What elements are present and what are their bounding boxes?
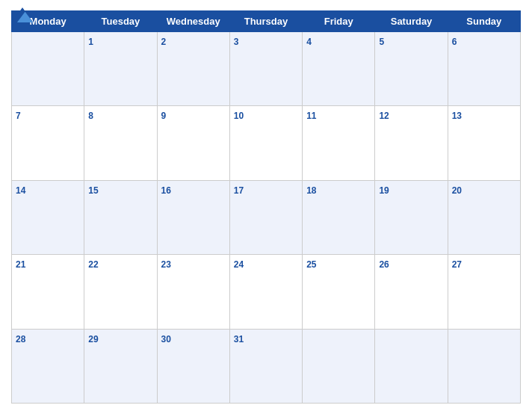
date-number: 28 (16, 334, 25, 344)
date-number: 8 (88, 111, 93, 121)
date-number: 7 (16, 111, 21, 121)
day-headers: MondayTuesdayWednesdayThursdayFridaySatu… (12, 11, 521, 32)
calendar-cell (448, 329, 520, 403)
calendar-cell: 4 (303, 32, 375, 106)
date-number: 21 (16, 259, 25, 270)
calendar-cell: 20 (448, 180, 520, 254)
calendar-cell: 3 (229, 32, 302, 106)
logo (11, 7, 34, 22)
date-number: 19 (379, 185, 389, 196)
date-number: 15 (88, 185, 98, 196)
date-number: 20 (452, 185, 462, 196)
calendar-cell: 12 (375, 106, 448, 180)
calendar-cell (375, 329, 448, 403)
calendar-cell: 25 (303, 255, 375, 329)
date-number: 14 (16, 185, 25, 196)
calendar-cell (303, 329, 375, 403)
calendar-cell: 31 (229, 329, 302, 403)
calendar-cell: 19 (375, 180, 448, 254)
day-header-friday: Friday (303, 11, 375, 32)
calendar-week-1: 78910111213 (12, 106, 521, 180)
date-number: 1 (88, 37, 93, 47)
calendar-cell: 24 (229, 255, 302, 329)
date-number: 13 (452, 111, 462, 121)
calendar-cell: 17 (229, 180, 302, 254)
calendar-cell: 7 (12, 106, 84, 180)
day-header-thursday: Thursday (229, 11, 302, 32)
calendar-cell: 5 (375, 32, 448, 106)
date-number: 5 (379, 37, 384, 47)
calendar-cell: 26 (375, 255, 448, 329)
day-header-saturday: Saturday (375, 11, 448, 32)
day-header-sunday: Sunday (448, 11, 520, 32)
calendar-cell: 2 (157, 32, 229, 106)
calendar-cell: 11 (303, 106, 375, 180)
calendar-week-0: 123456 (12, 32, 521, 106)
calendar-cell: 13 (448, 106, 520, 180)
calendar-header-row: MondayTuesdayWednesdayThursdayFridaySatu… (12, 11, 521, 32)
calendar-table: MondayTuesdayWednesdayThursdayFridaySatu… (11, 10, 521, 404)
date-number: 3 (234, 37, 239, 47)
calendar-week-3: 21222324252627 (12, 255, 521, 329)
date-number: 23 (161, 259, 171, 270)
date-number: 6 (452, 37, 457, 47)
date-number: 4 (306, 37, 312, 47)
date-number: 24 (234, 259, 244, 270)
date-number: 12 (379, 111, 389, 121)
calendar-cell: 16 (157, 180, 229, 254)
logo-icon (11, 7, 34, 22)
date-number: 31 (234, 334, 244, 344)
day-header-wednesday: Wednesday (157, 11, 229, 32)
calendar-cell: 29 (84, 329, 157, 403)
date-number: 25 (306, 259, 316, 270)
date-number: 18 (306, 185, 316, 196)
calendar-body: 1234567891011121314151617181920212223242… (12, 32, 521, 404)
calendar-cell (12, 32, 84, 106)
date-number: 11 (306, 111, 316, 121)
calendar-cell: 6 (448, 32, 520, 106)
calendar-cell: 18 (303, 180, 375, 254)
calendar-cell: 10 (229, 106, 302, 180)
calendar-cell: 21 (12, 255, 84, 329)
calendar-cell: 22 (84, 255, 157, 329)
day-header-tuesday: Tuesday (84, 11, 157, 32)
calendar-cell: 30 (157, 329, 229, 403)
calendar-cell: 15 (84, 180, 157, 254)
date-number: 22 (88, 259, 98, 270)
calendar-week-4: 28293031 (12, 329, 521, 403)
calendar-cell: 9 (157, 106, 229, 180)
calendar-cell: 28 (12, 329, 84, 403)
date-number: 2 (161, 37, 167, 47)
date-number: 10 (234, 111, 244, 121)
date-number: 16 (161, 185, 171, 196)
calendar-cell: 27 (448, 255, 520, 329)
date-number: 30 (161, 334, 171, 344)
date-number: 26 (379, 259, 389, 270)
calendar-cell: 23 (157, 255, 229, 329)
date-number: 29 (88, 334, 98, 344)
calendar-week-2: 14151617181920 (12, 180, 521, 254)
date-number: 27 (452, 259, 462, 270)
calendar-cell: 14 (12, 180, 84, 254)
calendar-cell: 8 (84, 106, 157, 180)
date-number: 17 (234, 185, 244, 196)
calendar-cell: 1 (84, 32, 157, 106)
date-number: 9 (161, 111, 167, 121)
